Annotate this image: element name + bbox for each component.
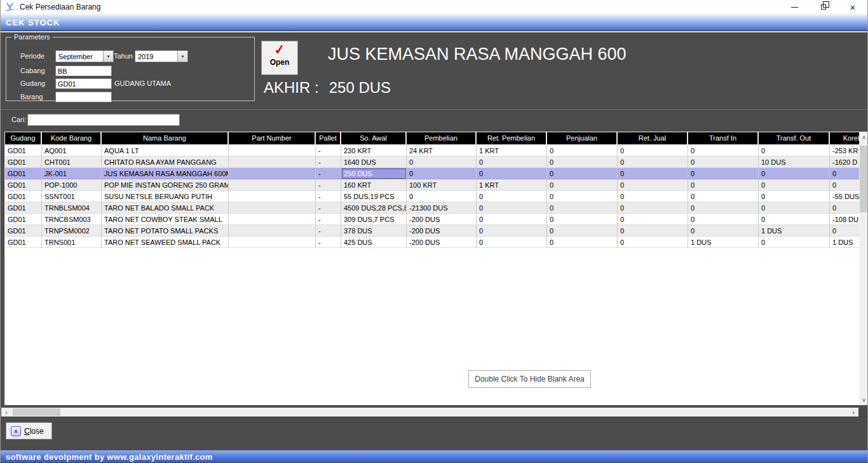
cell[interactable]: 0 (759, 214, 830, 225)
vertical-scrollbar[interactable]: ∧ ∨ (859, 132, 868, 405)
cell[interactable]: 0 (688, 191, 759, 202)
column-header-kode-barang[interactable]: Kode Barang (42, 132, 102, 144)
cell[interactable]: 0 (547, 179, 618, 191)
table-row[interactable]: GD01SSNT001SUSU NETSLE BERUANG PUTIH-55 … (5, 191, 859, 202)
cell[interactable]: - (316, 145, 341, 156)
table-row[interactable]: GD01CHT001CHITATO RASA AYAM PANGGANG-164… (5, 156, 859, 168)
cell[interactable]: 425 DUS (341, 237, 407, 248)
cell[interactable]: 0 (830, 168, 859, 179)
barang-field[interactable] (55, 92, 112, 102)
hide-blank-area-button[interactable]: Double Click To Hide Blank Area (468, 370, 591, 388)
chevron-down-icon[interactable]: ▼ (103, 51, 113, 62)
cell[interactable]: -21300 DUS (407, 202, 477, 214)
column-header-ret-pembelian[interactable]: Ret. Pembelian (477, 132, 547, 144)
cell[interactable]: 0 (618, 179, 688, 191)
cell[interactable]: 1 DUS (759, 225, 830, 237)
scroll-left-icon[interactable]: ‹ (1, 408, 11, 417)
cell[interactable]: - (316, 225, 341, 237)
cell[interactable]: - (316, 202, 341, 214)
cell[interactable]: 0 (477, 168, 547, 179)
cell[interactable]: - (316, 156, 341, 168)
cell[interactable]: -253 KR (830, 145, 859, 156)
search-input[interactable] (27, 114, 180, 126)
cell[interactable]: 0 (477, 214, 547, 225)
cell[interactable]: 0 (547, 202, 618, 214)
cell[interactable]: 0 (618, 214, 688, 225)
cell[interactable]: 0 (830, 179, 859, 191)
cell[interactable]: -200 DUS (407, 237, 477, 248)
cell[interactable]: 0 (547, 214, 618, 225)
cell[interactable]: 0 (688, 214, 759, 225)
cell[interactable]: 1 DUS (688, 237, 759, 248)
cell[interactable]: 0 (759, 168, 830, 179)
cell[interactable]: - (316, 179, 341, 191)
cell[interactable]: GD01 (5, 145, 42, 156)
cell[interactable] (229, 214, 316, 225)
cell[interactable] (229, 145, 316, 156)
cell[interactable]: 100 KRT (407, 179, 477, 191)
cell[interactable]: GD01 (5, 168, 42, 179)
cell[interactable]: 0 (547, 156, 618, 168)
table-row[interactable]: GD01AQ001AQUA 1 LT-230 KRT24 KRT1 KRT000… (5, 145, 859, 156)
table-row[interactable]: GD01TRNBLSM004TARO NET BALADO SMALL PACK… (5, 202, 859, 214)
cell[interactable]: -1620 D (830, 156, 859, 168)
cell[interactable]: 0 (618, 168, 688, 179)
cell[interactable]: GD01 (5, 156, 42, 168)
periode-dropdown[interactable]: September ▼ (55, 50, 114, 62)
column-header-penjualan[interactable]: Penjualan (547, 132, 618, 144)
column-header-pallet[interactable]: Pallet (316, 132, 341, 144)
cell[interactable]: GD01 (5, 214, 42, 225)
cell[interactable]: 0 (759, 202, 830, 214)
cell[interactable]: 0 (830, 202, 859, 214)
cell[interactable]: -200 DUS (407, 214, 477, 225)
column-header-pembelian[interactable]: Pembelian (407, 132, 477, 144)
cell[interactable]: AQUA 1 LT (102, 145, 229, 156)
cell[interactable]: GD01 (5, 179, 42, 191)
cell[interactable]: 55 DUS,19 PCS (341, 191, 407, 202)
cell[interactable]: CHT001 (42, 156, 102, 168)
cell[interactable]: 1 KRT (477, 179, 547, 191)
column-header-nama-barang[interactable]: Nama Barang (102, 132, 229, 144)
cell[interactable]: TRNPSM0002 (42, 225, 102, 237)
table-row[interactable]: GD01TRNPSM0002TARO NET POTATO SMALL PACK… (5, 225, 859, 237)
cell[interactable]: 0 (547, 168, 618, 179)
cell[interactable]: 0 (830, 225, 859, 237)
cell[interactable]: CHITATO RASA AYAM PANGGANG (102, 156, 229, 168)
cell[interactable]: - (316, 191, 341, 202)
cell[interactable]: 0 (618, 202, 688, 214)
cell[interactable] (229, 156, 316, 168)
cell[interactable]: TARO NET SEAWEED SMALL PACK (102, 237, 229, 248)
horizontal-scrollbar-thumb[interactable] (13, 408, 60, 416)
cell[interactable] (229, 191, 316, 202)
cell[interactable]: 309 DUS,7 PCS (341, 214, 407, 225)
cell[interactable]: SUSU NETSLE BERUANG PUTIH (102, 191, 229, 202)
cell[interactable]: 0 (477, 156, 547, 168)
close-button[interactable]: × Close (6, 422, 52, 439)
cell[interactable]: 1640 DUS (341, 156, 407, 168)
cell[interactable]: TARO NET POTATO SMALL PACKS (102, 225, 229, 237)
table-row[interactable]: GD01POP-1000POP MIE INSTAN GORENG 250 GR… (5, 179, 859, 191)
cell[interactable]: 0 (618, 191, 688, 202)
cell[interactable]: 1 DUS (830, 237, 859, 248)
cell[interactable] (229, 225, 316, 237)
cell[interactable]: 0 (407, 191, 477, 202)
cell[interactable]: 160 KRT (341, 179, 407, 191)
cell[interactable]: 250 DUS (341, 168, 407, 179)
cell[interactable]: GD01 (5, 237, 42, 248)
scroll-right-icon[interactable]: › (848, 408, 858, 417)
cell[interactable]: AQ001 (42, 145, 102, 156)
cell[interactable]: GD01 (5, 202, 42, 214)
cell[interactable]: TARO NET BALADO SMALL PACK (102, 202, 229, 214)
restore-button[interactable] (809, 0, 838, 14)
gudang-field[interactable] (55, 78, 112, 89)
horizontal-scrollbar[interactable]: ‹ › (1, 408, 858, 417)
cell[interactable]: 0 (759, 191, 830, 202)
scroll-down-icon[interactable]: ∨ (859, 394, 868, 405)
cell[interactable]: POP-1000 (42, 179, 102, 191)
open-button[interactable]: ✓ Open (261, 41, 298, 75)
cell[interactable]: GD01 (5, 225, 42, 237)
cell[interactable]: 0 (688, 202, 759, 214)
column-header-transf-in[interactable]: Transf In (688, 132, 759, 144)
tahun-dropdown[interactable]: 2019 ▼ (135, 50, 188, 62)
cell[interactable]: TRNS001 (42, 237, 102, 248)
